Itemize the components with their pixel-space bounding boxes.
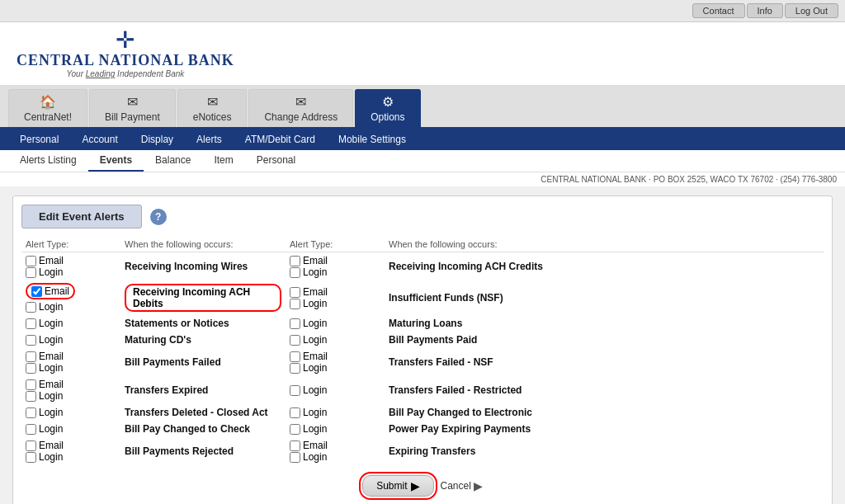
- login-checkbox[interactable]: [26, 407, 36, 418]
- address-icon: ✉: [295, 94, 306, 110]
- when-text: Transfers Expired: [125, 384, 208, 396]
- when-text2: Insufficient Funds (NSF): [389, 292, 503, 304]
- secnav-alerts[interactable]: Alerts: [185, 129, 234, 150]
- when-text: Maturing CD's: [125, 334, 191, 346]
- login-checkbox2[interactable]: [290, 363, 300, 374]
- thirdnav-item[interactable]: Item: [202, 150, 244, 172]
- cancel-arrow-icon: ▶: [474, 479, 483, 492]
- contact-button[interactable]: Contact: [692, 3, 745, 18]
- secnav-mobile[interactable]: Mobile Settings: [327, 129, 418, 150]
- when-cell: Receiving Incoming Wires: [120, 252, 286, 281]
- help-icon[interactable]: ?: [150, 209, 167, 225]
- logo: ✛ Central National Bank Your Leading Ind…: [17, 29, 234, 78]
- thirdnav-balance[interactable]: Balance: [144, 150, 202, 172]
- alert-type-cell: Login: [21, 332, 120, 348]
- login-checkbox2[interactable]: [290, 318, 300, 329]
- thirdnav-listing[interactable]: Alerts Listing: [8, 150, 88, 172]
- bank-name: Central National Bank: [17, 52, 234, 69]
- tab-billpayment[interactable]: ✉ Bill Payment: [89, 89, 176, 127]
- when-text: Bill Payments Rejected: [125, 445, 234, 457]
- tab-enotices[interactable]: ✉ eNotices: [177, 89, 248, 127]
- alert-type-cell: Email Login: [21, 280, 120, 315]
- login-check-label: Login: [26, 407, 116, 418]
- login-checkbox[interactable]: [26, 452, 36, 463]
- login-checkbox2[interactable]: [290, 299, 300, 309]
- when-cell: Transfers Expired: [120, 376, 286, 404]
- email-check-label2: Email: [290, 286, 380, 298]
- enotices-icon: ✉: [207, 94, 218, 110]
- tab-centranet-label: CentraNet!: [24, 111, 72, 123]
- email-circle-annotation: Email: [26, 283, 75, 299]
- login-check-label: Login: [26, 266, 116, 278]
- tab-centranet[interactable]: 🏠 CentraNet!: [8, 89, 87, 127]
- login-checkbox2[interactable]: [290, 267, 300, 278]
- email-checkbox[interactable]: [26, 379, 36, 390]
- when-text2: Power Pay Expiring Payments: [389, 423, 531, 435]
- cancel-button[interactable]: Cancel ▶: [441, 479, 483, 492]
- login-checkbox[interactable]: [26, 363, 36, 374]
- address-bar: CENTRAL NATIONAL BANK · PO BOX 2525, WAC…: [0, 172, 845, 187]
- login-checkbox[interactable]: [26, 302, 36, 313]
- login-check-label2: Login: [290, 334, 380, 346]
- when-cell: Maturing CD's: [120, 332, 286, 348]
- login-checkbox[interactable]: [26, 267, 36, 278]
- when-text2: Receiving Incoming ACH Credits: [389, 261, 543, 272]
- login-checkbox[interactable]: [26, 424, 36, 435]
- alerts-table: Alert Type: When the following occurs: A…: [21, 237, 824, 465]
- login-checkbox[interactable]: [26, 335, 36, 346]
- email-checkbox2[interactable]: [290, 287, 300, 298]
- col-header-alert1: Alert Type:: [21, 237, 120, 252]
- email-check-label2: Email: [290, 440, 380, 451]
- when-cell2: Expiring Transfers: [385, 437, 824, 465]
- panel-title: Edit Event Alerts: [21, 205, 142, 228]
- secnav-atm[interactable]: ATM/Debit Card: [234, 129, 327, 150]
- logout-button[interactable]: Log Out: [785, 3, 838, 18]
- secnav-account[interactable]: Account: [70, 129, 129, 150]
- when-cell: Transfers Deleted - Closed Act: [120, 404, 286, 421]
- login-checkbox2[interactable]: [290, 335, 300, 346]
- tab-enotices-label: eNotices: [193, 111, 232, 123]
- tab-changeaddress[interactable]: ✉ Change Address: [248, 89, 353, 127]
- header: ✛ Central National Bank Your Leading Ind…: [0, 22, 845, 86]
- login-checkbox2[interactable]: [290, 452, 300, 463]
- login-checkbox[interactable]: [26, 318, 36, 329]
- login-checkbox2[interactable]: [290, 407, 300, 418]
- when-text: Transfers Deleted - Closed Act: [125, 407, 268, 418]
- login-checkbox2[interactable]: [290, 385, 300, 396]
- email-checkbox-checked[interactable]: [31, 286, 42, 297]
- email-check-label: Email: [26, 351, 116, 362]
- email-check-label: Email: [26, 379, 116, 390]
- email-checkbox2[interactable]: [290, 440, 300, 451]
- bank-logo-icon: ✛: [116, 29, 135, 52]
- thirdnav-events[interactable]: Events: [88, 150, 144, 172]
- when-cell2: Maturing Loans: [385, 315, 824, 332]
- email-checkbox2[interactable]: [290, 351, 300, 362]
- login-check-label2: Login: [290, 318, 380, 329]
- col-header-when1: When the following occurs:: [120, 237, 286, 252]
- cancel-label: Cancel: [441, 480, 471, 492]
- info-button[interactable]: Info: [747, 3, 783, 18]
- secnav-display[interactable]: Display: [130, 129, 185, 150]
- email-checkbox[interactable]: [26, 256, 36, 266]
- alert-type-cell: Email Login: [21, 437, 120, 465]
- table-row: Email Login Receiving Incoming ACH Debit…: [21, 280, 824, 315]
- alert-type-cell2: Login: [286, 315, 385, 332]
- thirdnav-personal[interactable]: Personal: [245, 150, 307, 172]
- when-cell: Receiving Incoming ACH Debits: [120, 280, 286, 315]
- email-checkbox2[interactable]: [290, 256, 300, 266]
- email-checkbox[interactable]: [26, 440, 36, 451]
- tab-options[interactable]: ⚙ Options: [355, 89, 420, 127]
- email-checkbox[interactable]: [26, 351, 36, 362]
- submit-button[interactable]: Submit ▶: [362, 475, 433, 497]
- login-checkbox[interactable]: [26, 391, 36, 402]
- alert-type-cell2: Email Login: [286, 280, 385, 315]
- when-text: Receiving Incoming Wires: [125, 261, 248, 272]
- login-checkbox2[interactable]: [290, 424, 300, 435]
- login-check-label2: Login: [290, 362, 380, 374]
- form-actions: Submit ▶ Cancel ▶: [21, 475, 824, 497]
- secnav-personal[interactable]: Personal: [8, 129, 70, 150]
- login-check-label: Login: [26, 301, 116, 313]
- when-text: Bill Pay Changed to Check: [125, 423, 250, 435]
- when-cell: Statements or Notices: [120, 315, 286, 332]
- tab-billpayment-label: Bill Payment: [105, 111, 160, 123]
